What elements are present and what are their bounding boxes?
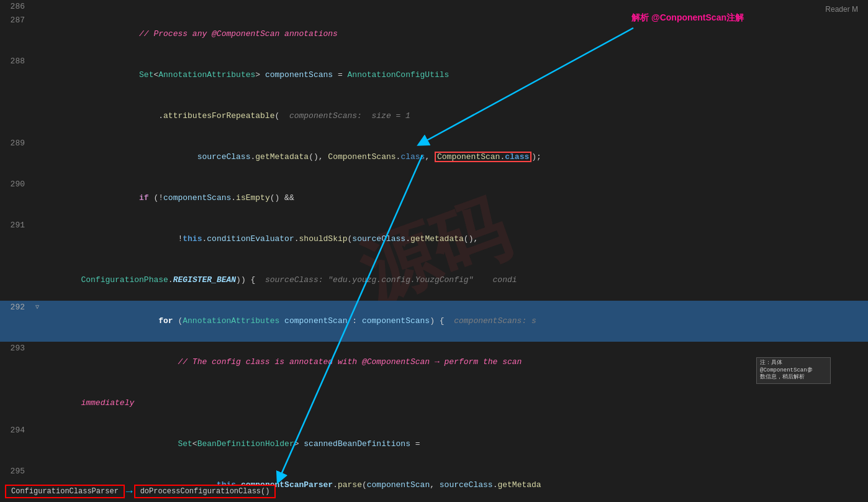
line-num-294: 294 — [0, 424, 32, 437]
code-line-289: 289 sourceClass.getMetadata(), Component… — [0, 137, 868, 178]
bottom-box-class: ConfigurationClassParser — [5, 485, 125, 498]
bottom-box-method: doProcessConfigurationClass() — [134, 485, 276, 498]
bottom-boxes: ConfigurationClassParser → doProcessConf… — [0, 481, 868, 502]
code-line-293b: immediately — [0, 383, 868, 424]
line-num-293: 293 — [0, 342, 32, 355]
line-num-287: 287 — [0, 14, 32, 27]
line-num-295: 295 — [0, 465, 32, 478]
code-editor: 源码 Reader M 解析 @ConponentScan注解 286 287 — [0, 0, 868, 502]
code-line-291: 291 !this.conditionEvaluator.shouldSkip(… — [0, 219, 868, 260]
annotation-label: 解析 @ConponentScan注解 — [631, 12, 744, 24]
code-line-286: 286 — [0, 0, 868, 14]
code-content: 286 287 // Process any @ComponentScan an… — [0, 0, 868, 502]
code-line-290: 290 if (!componentScans.isEmpty() && — [0, 178, 868, 219]
line-num-288: 288 — [0, 55, 32, 68]
line-num-291: 291 — [0, 219, 32, 232]
code-line-288: 288 Set<AnnotationAttributes> componentS… — [0, 55, 868, 96]
line-num-292: 292 — [0, 301, 32, 314]
code-line-291b: ConfigurationPhase.REGISTER_BEAN)) { sou… — [0, 260, 868, 301]
code-line-292: 292 ▽ for (AnnotationAttributes componen… — [0, 301, 868, 342]
code-line-288b: .attributesForRepeatable( componentScans… — [0, 96, 868, 137]
code-line-293: 293 // The config class is annotated wit… — [0, 342, 868, 383]
line-num-286: 286 — [0, 0, 32, 14]
reader-mode-label: Reader M — [825, 5, 858, 14]
tooltip-text: 注：具体@ComponentScan参数信息，稍后解析 — [760, 360, 813, 380]
line-num-289: 289 — [0, 137, 32, 150]
code-line-294: 294 Set<BeanDefinitionHolder> scannedBea… — [0, 424, 868, 465]
line-num-290: 290 — [0, 178, 32, 191]
bottom-arrow-icon: → — [125, 485, 134, 498]
tooltip-box: 注：具体@ComponentScan参数信息，稍后解析 — [756, 357, 831, 384]
